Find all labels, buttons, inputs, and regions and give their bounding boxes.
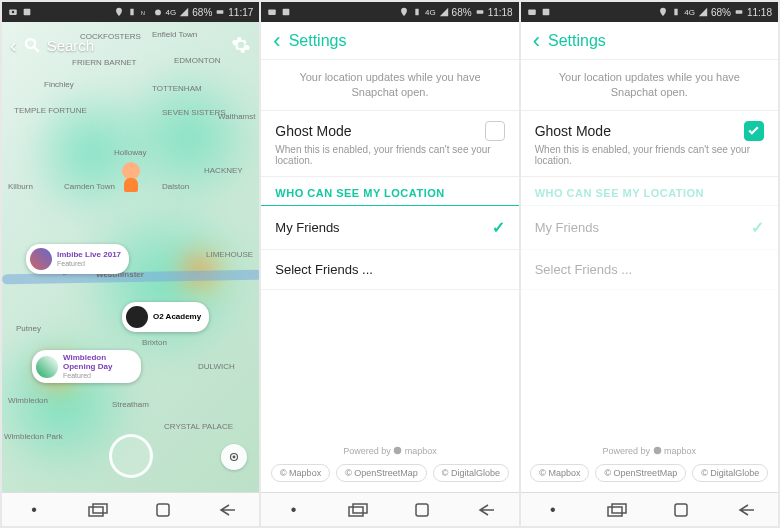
- attrib-dg[interactable]: © DigitalGlobe: [433, 464, 509, 482]
- attrib-osm[interactable]: © OpenStreetMap: [595, 464, 686, 482]
- crosshair-icon: [227, 450, 241, 464]
- settings-header: ‹ Settings: [261, 22, 518, 60]
- svg-point-5: [155, 10, 161, 16]
- clock: 11:18: [747, 7, 772, 18]
- map-label: Putney: [16, 324, 41, 333]
- map-label: CRYSTAL PALACE: [164, 422, 233, 431]
- ghost-mode-row[interactable]: Ghost Mode When this is enabled, your fr…: [521, 111, 778, 177]
- clock: 11:17: [228, 7, 253, 18]
- powered-by: Powered by mapbox: [521, 442, 778, 460]
- attrib-mapbox[interactable]: © Mapbox: [530, 464, 589, 482]
- poi-avatar-icon: [126, 306, 148, 328]
- map-screen: N 4G 68% 11:17 COCKFOSTERS Enfield Town …: [2, 2, 259, 526]
- ghost-mode-title: Ghost Mode: [275, 123, 351, 139]
- svg-point-7: [26, 39, 35, 48]
- option-select-friends: Select Friends ...: [521, 250, 778, 290]
- vibrate-icon: [412, 7, 422, 17]
- option-my-friends: My Friends ✓: [521, 206, 778, 250]
- svg-rect-19: [349, 507, 363, 516]
- option-label: Select Friends ...: [275, 262, 373, 277]
- battery-percent: 68%: [452, 7, 472, 18]
- ghost-mode-checkbox[interactable]: [485, 121, 505, 141]
- locate-me-button[interactable]: [221, 444, 247, 470]
- map-label: Camden Town: [64, 182, 115, 191]
- attrib-mapbox[interactable]: © Mapbox: [271, 464, 330, 482]
- svg-rect-25: [736, 10, 743, 13]
- map-label: Dalston: [162, 182, 189, 191]
- nav-back-button[interactable]: [214, 500, 240, 520]
- poi-avatar-icon: [36, 356, 58, 378]
- attrib-dg[interactable]: © DigitalGlobe: [692, 464, 768, 482]
- ghost-mode-desc: When this is enabled, your friends can't…: [535, 144, 764, 166]
- snap-map[interactable]: COCKFOSTERS Enfield Town FRIERN BARNET E…: [2, 22, 259, 492]
- poi-title: Imbibe Live 2017: [57, 251, 121, 260]
- camera-button[interactable]: [109, 434, 153, 478]
- map-label: Streatham: [112, 400, 149, 409]
- camera-icon: [267, 7, 277, 17]
- nav-recents-button[interactable]: [604, 500, 630, 520]
- check-icon: ✓: [751, 218, 764, 237]
- svg-point-26: [653, 447, 661, 455]
- map-label: Wimbledon Park: [4, 432, 63, 441]
- check-icon: [747, 124, 760, 137]
- section-who-can-see: WHO CAN SEE MY LOCATION: [261, 177, 518, 206]
- poi-subtitle: Featured: [57, 260, 121, 268]
- search-icon[interactable]: [23, 36, 41, 54]
- nav-recents-button[interactable]: [345, 500, 371, 520]
- location-info-text: Your location updates while you have Sna…: [521, 60, 778, 111]
- ghost-mode-row[interactable]: Ghost Mode When this is enabled, your fr…: [261, 111, 518, 177]
- map-label: Kilburn: [8, 182, 33, 191]
- settings-screen-ghost-off: 4G 68% 11:18 ‹ Settings Your location up…: [261, 2, 518, 526]
- poi-card[interactable]: Wimbledon Opening Day Featured: [32, 350, 141, 383]
- powered-by: Powered by mapbox: [261, 442, 518, 460]
- svg-rect-17: [476, 10, 483, 13]
- svg-text:N: N: [140, 10, 144, 16]
- poi-card[interactable]: O2 Academy: [122, 302, 209, 332]
- nav-back-button[interactable]: [473, 500, 499, 520]
- nav-home-button[interactable]: [150, 500, 176, 520]
- ghost-mode-desc: When this is enabled, your friends can't…: [275, 144, 504, 166]
- poi-card[interactable]: Imbibe Live 2017 Featured: [26, 244, 129, 274]
- poi-title: O2 Academy: [153, 313, 201, 322]
- map-label: Brixton: [142, 338, 167, 347]
- nav-home-button[interactable]: [409, 500, 435, 520]
- map-label: TEMPLE FORTUNE: [14, 106, 87, 115]
- back-chevron-icon[interactable]: ‹: [273, 28, 280, 54]
- poi-subtitle: Featured: [63, 372, 133, 380]
- map-label: Wimbledon: [8, 396, 48, 405]
- option-select-friends[interactable]: Select Friends ...: [261, 250, 518, 290]
- nav-recents-button[interactable]: [85, 500, 111, 520]
- map-label: Finchley: [44, 80, 74, 89]
- poi-avatar-icon: [30, 248, 52, 270]
- svg-point-18: [394, 447, 402, 455]
- nav-dot-icon: •: [280, 500, 306, 520]
- nav-back-button[interactable]: [733, 500, 759, 520]
- android-nav-bar: •: [2, 492, 259, 526]
- attrib-osm[interactable]: © OpenStreetMap: [336, 464, 427, 482]
- back-chevron-icon[interactable]: ‹: [533, 28, 540, 54]
- vibrate-icon: [671, 7, 681, 17]
- signal-icon: [439, 7, 449, 17]
- mapbox-icon: [653, 446, 662, 455]
- camera-icon: [8, 7, 18, 17]
- location-icon: [399, 7, 409, 17]
- gallery-icon: [281, 7, 291, 17]
- option-label: Select Friends ...: [535, 262, 633, 277]
- svg-rect-14: [269, 10, 277, 15]
- nav-home-button[interactable]: [668, 500, 694, 520]
- gear-icon[interactable]: [231, 35, 251, 55]
- search-input[interactable]: Search: [47, 37, 226, 54]
- svg-rect-3: [130, 9, 133, 16]
- nfc-icon: N: [140, 7, 150, 17]
- check-icon: ✓: [492, 218, 505, 237]
- back-chevron-icon[interactable]: ‹: [10, 34, 17, 57]
- battery-percent: 68%: [711, 7, 731, 18]
- user-bitmoji[interactable]: [120, 162, 142, 196]
- option-my-friends[interactable]: My Friends ✓: [261, 206, 518, 250]
- option-label: My Friends: [275, 220, 339, 235]
- map-label: HACKNEY: [204, 166, 243, 175]
- svg-rect-2: [24, 9, 31, 16]
- svg-rect-13: [157, 504, 169, 516]
- ghost-mode-checkbox[interactable]: [744, 121, 764, 141]
- map-attributions: © Mapbox © OpenStreetMap © DigitalGlobe: [261, 460, 518, 492]
